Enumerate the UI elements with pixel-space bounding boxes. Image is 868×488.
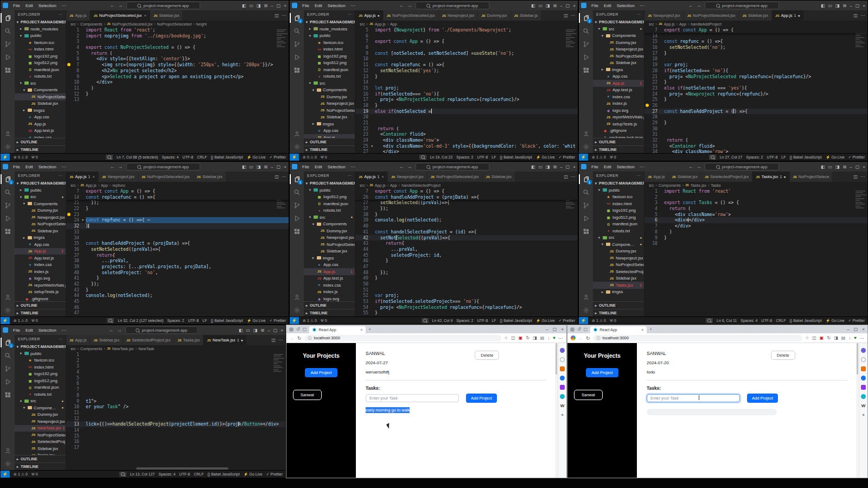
menu-selection[interactable]: Selection xyxy=(36,3,59,8)
settings-gear-icon[interactable] xyxy=(579,303,592,316)
formatter-status[interactable]: ✓Prettier xyxy=(270,155,286,160)
refresh-tools-icon[interactable]: ↻ xyxy=(827,335,831,340)
breadcrumb[interactable]: src›Components›JSNewTask.jsx›NewTask xyxy=(66,345,285,352)
minimap[interactable] xyxy=(854,189,866,210)
minimize-icon[interactable]: – xyxy=(850,164,852,169)
split-editor-icon[interactable]: ◫ xyxy=(275,13,279,18)
screencast-icon[interactable] xyxy=(709,155,716,160)
add-task-button[interactable]: Add Project xyxy=(747,394,778,403)
explorer-item-NoProjectSelec...[interactable]: JSNoProjectSelec... xyxy=(304,241,355,248)
explorer-icon[interactable]: 1 xyxy=(1,173,14,186)
explorer-item-.gitignore[interactable]: ◆.gitignore xyxy=(15,295,66,301)
explorer-icon[interactable]: 1 xyxy=(1,336,14,349)
panel-outline[interactable]: ▸OUTLINE xyxy=(304,301,355,309)
ports-status[interactable]: Ψ0 xyxy=(610,155,616,159)
language-status[interactable]: {}Babel JavaScript xyxy=(789,155,821,159)
tab-Sidebar.jsx[interactable]: JSSidebar.jsx xyxy=(150,10,183,21)
minimize-icon[interactable]: – xyxy=(267,328,270,333)
source-control-icon[interactable] xyxy=(579,37,592,50)
copilot-icon[interactable] xyxy=(861,348,866,353)
copilot-icon[interactable] xyxy=(560,348,565,353)
shopping-icon[interactable] xyxy=(560,366,565,371)
source-control-icon[interactable] xyxy=(1,199,14,212)
search-icon[interactable] xyxy=(579,186,592,199)
layout-toggle-icon-1[interactable]: ▭ xyxy=(538,3,542,8)
explorer-item-index.css[interactable]: #index.css xyxy=(304,282,355,289)
cursor-position-status[interactable]: Ln 13, Col 127 xyxy=(130,472,155,476)
remote-indicator-icon[interactable]: ⚡ xyxy=(1,154,10,161)
layout-toggle-icon-2[interactable]: ◨ xyxy=(257,3,261,8)
encoding-status[interactable]: UTF-8 xyxy=(761,319,772,322)
close-window-icon[interactable]: × xyxy=(284,164,286,169)
problems-status[interactable]: ⊘1⚠0 xyxy=(592,155,606,160)
explorer-item-public[interactable]: ▾public xyxy=(304,33,355,40)
layout-toggle-icon-3[interactable]: ⊞ xyxy=(843,164,847,169)
explorer-item-Tasks.jsx[interactable]: JSTasks.jsx1 xyxy=(593,282,644,289)
explorer-root[interactable]: ▾PROJECT-MANAGEMENT-... xyxy=(304,180,355,187)
explorer-item-NoProjectSelec...[interactable]: JSNoProjectSelec... xyxy=(15,93,66,100)
explorer-item-Dummy.jsx[interactable]: JSDummy.jsx xyxy=(593,39,644,46)
encoding-status[interactable]: UTF-8 xyxy=(477,155,488,159)
go-live-status[interactable]: ⚡Go Live xyxy=(826,155,845,160)
history-icon[interactable]: ↺ xyxy=(577,327,581,332)
panel-timeline[interactable]: ▸TIMELINE xyxy=(304,309,355,316)
explorer-item-Sidebar.jsx[interactable]: JSSidebar.jsx xyxy=(593,60,644,67)
restore-icon[interactable]: ▢ xyxy=(854,327,858,332)
nav-forward-icon[interactable]: → xyxy=(407,3,412,8)
cursor-position-status[interactable]: Ln 42, Col 9 xyxy=(432,319,453,322)
eol-status[interactable]: LF xyxy=(781,155,786,159)
explorer-item-index.html[interactable]: <>index.html xyxy=(304,46,355,53)
layout-toggle-icon-0[interactable]: ◧ xyxy=(821,164,825,169)
explorer-item-manifest.json[interactable]: {}manifest.json xyxy=(15,384,66,391)
explorer-item-logo.svg[interactable]: ◈logo.svg xyxy=(593,107,644,114)
menu-more-icon[interactable]: ⋯ xyxy=(638,3,647,8)
settings-gear-icon[interactable] xyxy=(290,140,303,153)
browser-tab[interactable]: React App × xyxy=(309,326,366,333)
explorer-item-favicon.ico[interactable]: ★favicon.ico xyxy=(593,194,644,201)
task-input[interactable] xyxy=(366,394,459,402)
close-window-icon[interactable]: × xyxy=(573,3,576,8)
menu-edit[interactable]: Edit xyxy=(602,164,614,169)
tab-App.js[interactable]: JSApp.js● xyxy=(355,10,384,21)
layout-toggle-icon-3[interactable]: ⊞ xyxy=(261,328,265,333)
restore-icon[interactable]: ▢ xyxy=(856,3,860,8)
eol-status[interactable]: LF xyxy=(492,155,496,159)
encoding-status[interactable]: UTF-8 xyxy=(477,319,488,322)
explorer-item-Components[interactable]: ▾Components xyxy=(304,221,355,228)
layout-toggle-icon-2[interactable]: ◨ xyxy=(546,164,550,169)
layout-toggle-icon-0[interactable]: ◧ xyxy=(242,3,246,8)
layout-toggle-icon-3[interactable]: ⊞ xyxy=(843,3,847,8)
explorer-more-icon[interactable]: ⋯ xyxy=(59,337,62,341)
explorer-item-App.css[interactable]: #App.css xyxy=(15,114,66,121)
explorer-item-App.css[interactable]: #App.css xyxy=(593,73,644,80)
menu-more-icon[interactable]: ⋯ xyxy=(60,3,68,8)
remote-indicator-icon[interactable]: ⚡ xyxy=(1,471,10,478)
explorer-item-NoProjectSelec...[interactable]: JSNoProjectSelec... xyxy=(304,107,355,114)
explorer-item-Sidebar.jsx[interactable]: JSSidebar.jsx xyxy=(593,275,644,282)
eol-status[interactable]: CRLF xyxy=(194,472,203,476)
language-status[interactable]: {}Babel JavaScript xyxy=(789,319,821,322)
close-tab-icon[interactable]: × xyxy=(92,174,95,179)
tab-Newproject.jsx[interactable]: JSNewproject.jsx xyxy=(388,172,427,182)
nav-forward-icon[interactable]: → xyxy=(117,327,122,333)
scrollbar[interactable] xyxy=(555,343,558,478)
explorer-item-robots.txt[interactable]: ●robots.txt xyxy=(15,391,66,398)
panel-timeline[interactable]: ▸TIMELINE xyxy=(304,145,355,153)
indentation-status[interactable]: Spaces: 2 xyxy=(456,155,473,159)
panel-timeline[interactable]: ▸TIMELINE xyxy=(15,462,66,470)
new-tab-icon[interactable]: + xyxy=(368,327,371,332)
address-bar[interactable]: ⓘ localhost:3000 xyxy=(304,335,502,341)
explorer-item-src[interactable]: ▾src xyxy=(15,80,66,87)
wikipedia-icon[interactable]: W xyxy=(560,403,565,408)
explorer-item-Sidebar.jsx[interactable]: JSSidebar.jsx xyxy=(304,248,355,255)
explorer-icon[interactable]: 1 xyxy=(290,11,303,24)
explorer-root[interactable]: ▾PROJECT-MANAGEMENT-... xyxy=(15,180,66,187)
tools-icon[interactable] xyxy=(560,394,565,399)
eol-status[interactable]: CRLF xyxy=(197,155,207,159)
new-item-icon[interactable]: + xyxy=(861,413,866,417)
delete-button[interactable]: Delete xyxy=(771,351,795,360)
minimap[interactable] xyxy=(276,28,288,48)
explorer-item-manifest.json[interactable]: {}manifest.json xyxy=(304,200,355,207)
split-editor-icon[interactable]: ◫ xyxy=(271,338,276,343)
project-button-sanwal[interactable]: Sanwal xyxy=(293,390,322,400)
